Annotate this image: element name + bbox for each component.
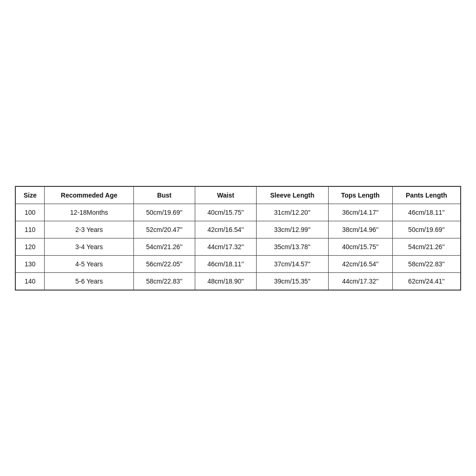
table-cell: 44cm/17.32''	[328, 272, 392, 290]
table-cell: 4-5 Years	[45, 255, 134, 272]
table-cell: 46cm/18.11''	[195, 255, 256, 272]
table-cell: 54cm/21.26''	[392, 238, 461, 255]
table-cell: 12-18Months	[45, 204, 134, 221]
table-cell: 37cm/14.57''	[256, 255, 328, 272]
header-size: Size	[15, 186, 45, 204]
table-cell: 130	[15, 255, 45, 272]
table-cell: 42cm/16.54''	[195, 221, 256, 238]
table-cell: 5-6 Years	[45, 272, 134, 290]
table-cell: 31cm/12.20''	[256, 204, 328, 221]
table-cell: 36cm/14.17''	[328, 204, 392, 221]
table-cell: 50cm/19.69''	[133, 204, 195, 221]
table-cell: 35cm/13.78''	[256, 238, 328, 255]
table-cell: 58cm/22.83''	[133, 272, 195, 290]
table-cell: 120	[15, 238, 45, 255]
table-cell: 50cm/19.69''	[392, 221, 461, 238]
table-row: 1405-6 Years58cm/22.83''48cm/18.90''39cm…	[15, 272, 461, 290]
table-cell: 44cm/17.32''	[195, 238, 256, 255]
table-cell: 46cm/18.11''	[392, 204, 461, 221]
table-cell: 33cm/12.99''	[256, 221, 328, 238]
table-cell: 52cm/20.47''	[133, 221, 195, 238]
table-cell: 48cm/18.90''	[195, 272, 256, 290]
table-cell: 42cm/16.54''	[328, 255, 392, 272]
table-cell: 3-4 Years	[45, 238, 134, 255]
table-cell: 40cm/15.75''	[195, 204, 256, 221]
header-waist: Waist	[195, 186, 256, 204]
table-cell: 56cm/22.05''	[133, 255, 195, 272]
table-cell: 2-3 Years	[45, 221, 134, 238]
table-cell: 62cm/24.41''	[392, 272, 461, 290]
header-sleeve: Sleeve Length	[256, 186, 328, 204]
table-cell: 100	[15, 204, 45, 221]
table-cell: 140	[15, 272, 45, 290]
header-age: Recommeded Age	[45, 186, 134, 204]
table-cell: 110	[15, 221, 45, 238]
size-chart-container: Size Recommeded Age Bust Waist Sleeve Le…	[15, 186, 461, 291]
table-row: 1102-3 Years52cm/20.47''42cm/16.54''33cm…	[15, 221, 461, 238]
size-chart-table: Size Recommeded Age Bust Waist Sleeve Le…	[15, 186, 461, 291]
table-cell: 54cm/21.26''	[133, 238, 195, 255]
table-cell: 38cm/14.96''	[328, 221, 392, 238]
header-pants: Pants Length	[392, 186, 461, 204]
table-row: 1304-5 Years56cm/22.05''46cm/18.11''37cm…	[15, 255, 461, 272]
table-cell: 40cm/15.75''	[328, 238, 392, 255]
table-cell: 58cm/22.83''	[392, 255, 461, 272]
table-cell: 39cm/15.35''	[256, 272, 328, 290]
table-row: 1203-4 Years54cm/21.26''44cm/17.32''35cm…	[15, 238, 461, 255]
header-bust: Bust	[133, 186, 195, 204]
header-tops: Tops Length	[328, 186, 392, 204]
table-header-row: Size Recommeded Age Bust Waist Sleeve Le…	[15, 186, 461, 204]
table-row: 10012-18Months50cm/19.69''40cm/15.75''31…	[15, 204, 461, 221]
